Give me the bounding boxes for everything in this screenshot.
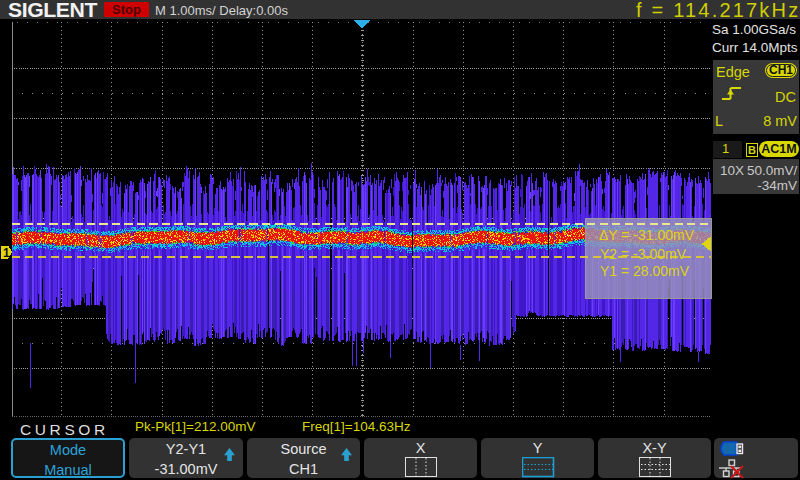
svg-text:1: 1 bbox=[3, 246, 10, 260]
